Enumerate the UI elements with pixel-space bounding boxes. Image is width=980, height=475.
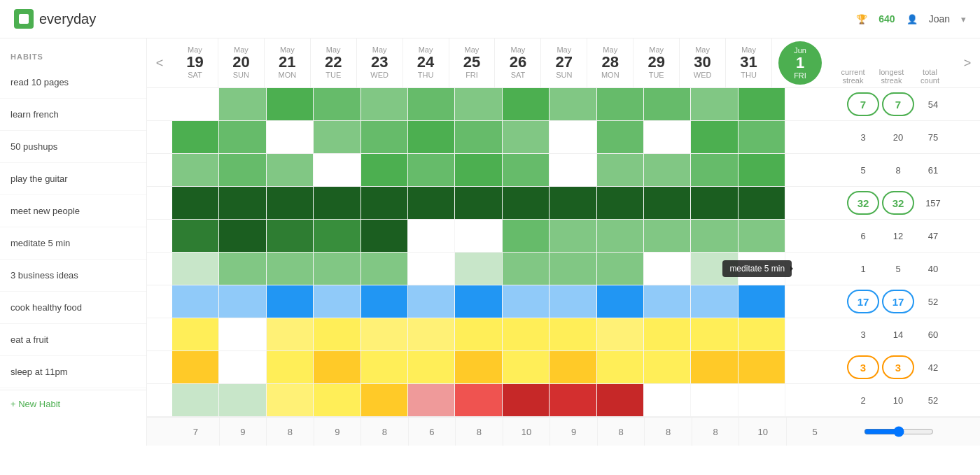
cell-3-10[interactable]	[644, 187, 691, 219]
cell-6-1[interactable]	[219, 285, 266, 318]
cell-4-9[interactable]	[597, 220, 644, 252]
cell-8-11[interactable]	[691, 351, 738, 383]
cell-7-12[interactable]	[738, 318, 785, 350]
cell-6-0[interactable]	[172, 285, 219, 318]
cell-8-12[interactable]	[738, 351, 785, 383]
cell-8-10[interactable]	[644, 351, 691, 383]
cell-5-4[interactable]	[361, 253, 408, 285]
cell-4-11[interactable]	[691, 220, 738, 252]
cell-8-2[interactable]	[267, 351, 314, 383]
cell-0-4[interactable]	[361, 88, 408, 120]
cell-3-8[interactable]	[550, 187, 596, 219]
cell-8-7[interactable]	[503, 351, 550, 383]
cell-1-7[interactable]	[503, 121, 550, 153]
cell-0-10[interactable]	[644, 88, 691, 120]
cell-6-5[interactable]	[408, 285, 455, 318]
cell-5-2[interactable]	[267, 253, 314, 285]
cell-9-3[interactable]	[314, 384, 360, 416]
cell-6-3[interactable]	[314, 285, 360, 318]
cell-3-7[interactable]	[503, 187, 550, 219]
cell-3-5[interactable]	[408, 187, 455, 219]
cell-6-8[interactable]	[550, 285, 596, 318]
cell-2-8[interactable]	[550, 154, 596, 186]
cell-5-11[interactable]	[691, 253, 738, 285]
cell-8-1[interactable]	[219, 351, 266, 383]
cell-2-4[interactable]	[361, 154, 408, 186]
cell-9-10[interactable]	[644, 384, 691, 416]
cell-4-8[interactable]	[550, 220, 596, 252]
cell-5-8[interactable]	[550, 253, 596, 285]
cell-8-5[interactable]	[408, 351, 455, 383]
cell-2-9[interactable]	[597, 154, 644, 186]
cell-9-8[interactable]	[550, 384, 596, 416]
cell-9-9[interactable]	[597, 384, 644, 416]
cell-2-6[interactable]	[455, 154, 502, 186]
cell-4-2[interactable]	[267, 220, 314, 252]
cell-5-9[interactable]	[597, 253, 644, 285]
cell-6-9[interactable]	[597, 285, 644, 318]
cell-8-3[interactable]	[314, 351, 360, 383]
footer-slider[interactable]	[864, 426, 934, 437]
cell-8-0[interactable]	[172, 351, 219, 383]
cell-2-1[interactable]	[219, 154, 266, 186]
cell-7-6[interactable]	[455, 318, 502, 350]
cell-3-4[interactable]	[361, 187, 408, 219]
cell-8-8[interactable]	[550, 351, 596, 383]
cell-6-11[interactable]	[691, 285, 738, 318]
habit-item-cook[interactable]: cook healthy food	[0, 292, 146, 324]
cell-1-10[interactable]	[644, 121, 691, 153]
cell-0-5[interactable]	[408, 88, 455, 120]
cell-4-1[interactable]	[219, 220, 266, 252]
habit-item-guitar[interactable]: play the guitar	[0, 163, 146, 195]
habit-item-pushups[interactable]: 50 pushups	[0, 131, 146, 163]
cell-9-2[interactable]	[267, 384, 314, 416]
cell-7-5[interactable]	[408, 318, 455, 350]
cell-0-7[interactable]	[503, 88, 550, 120]
habit-item-meet[interactable]: meet new people	[0, 195, 146, 227]
cell-5-6[interactable]	[455, 253, 502, 285]
cell-1-2[interactable]	[267, 121, 314, 153]
cell-3-1[interactable]	[219, 187, 266, 219]
next-button[interactable]: >	[955, 38, 980, 87]
cell-4-7[interactable]	[503, 220, 550, 252]
new-habit-button[interactable]: + New Habit	[0, 390, 146, 418]
cell-0-3[interactable]	[314, 88, 360, 120]
cell-9-11[interactable]	[691, 384, 738, 416]
cell-8-9[interactable]	[597, 351, 644, 383]
cell-2-7[interactable]	[503, 154, 550, 186]
cell-0-9[interactable]	[597, 88, 644, 120]
cell-7-7[interactable]	[503, 318, 550, 350]
cell-4-6[interactable]	[455, 220, 502, 252]
cell-2-2[interactable]	[267, 154, 314, 186]
cell-7-10[interactable]	[644, 318, 691, 350]
cell-9-6[interactable]	[455, 384, 502, 416]
cell-7-9[interactable]	[597, 318, 644, 350]
cell-0-6[interactable]	[455, 88, 502, 120]
cell-5-7[interactable]	[503, 253, 550, 285]
cell-2-12[interactable]	[738, 154, 785, 186]
habit-item-read[interactable]: read 10 pages	[0, 66, 146, 99]
cell-1-5[interactable]	[408, 121, 455, 153]
cell-7-2[interactable]	[267, 318, 314, 350]
cell-6-7[interactable]	[503, 285, 550, 318]
cell-6-10[interactable]	[644, 285, 691, 318]
cell-2-0[interactable]	[172, 154, 219, 186]
habit-item-fruit[interactable]: eat a fruit	[0, 324, 146, 356]
cell-5-1[interactable]	[219, 253, 266, 285]
user-dropdown-icon[interactable]: ▾	[961, 14, 966, 24]
cell-3-3[interactable]	[314, 187, 360, 219]
cell-3-6[interactable]	[455, 187, 502, 219]
cell-3-9[interactable]	[597, 187, 644, 219]
cell-0-2[interactable]	[267, 88, 314, 120]
cell-3-2[interactable]	[267, 187, 314, 219]
cell-2-11[interactable]	[691, 154, 738, 186]
cell-6-2[interactable]	[267, 285, 314, 318]
cell-1-0[interactable]	[172, 121, 219, 153]
cell-1-9[interactable]	[597, 121, 644, 153]
cell-5-5[interactable]	[408, 253, 455, 285]
cell-9-5[interactable]	[408, 384, 455, 416]
cell-7-1[interactable]	[219, 318, 266, 350]
cell-0-0[interactable]	[172, 88, 219, 120]
cell-8-4[interactable]	[361, 351, 408, 383]
cell-2-3[interactable]	[314, 154, 360, 186]
